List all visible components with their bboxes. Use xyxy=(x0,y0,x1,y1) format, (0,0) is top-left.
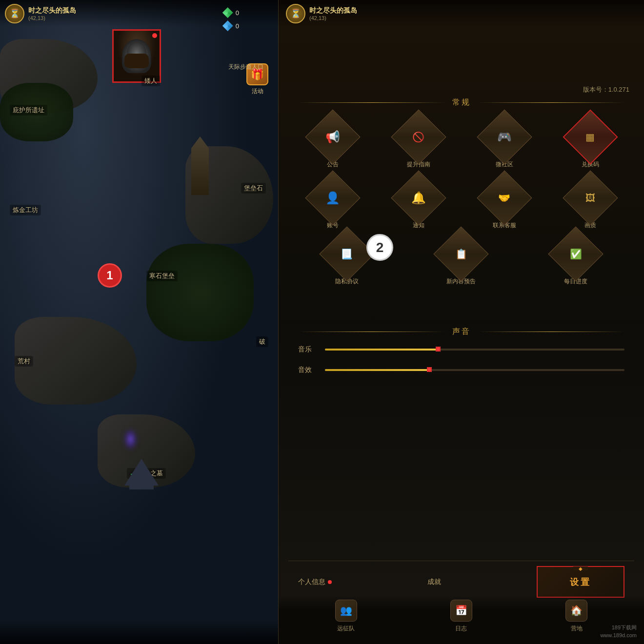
sound-section-header: 声音 xyxy=(288,327,634,337)
sound-line-right xyxy=(478,332,625,332)
account-icon: 👤 xyxy=(325,191,340,205)
sound-line-left xyxy=(298,332,445,332)
sound-section: 声音 音乐 音效 xyxy=(288,322,634,380)
expedition-icon: 👥 xyxy=(335,600,357,622)
shelter-label[interactable]: 庇护所遗址 xyxy=(10,105,47,116)
ruin-label[interactable]: 破 xyxy=(256,336,268,347)
step-path-label: 天际步道人口 xyxy=(228,63,263,71)
sound-title: 声音 xyxy=(452,327,471,337)
watermark-line2: www.189d.com xyxy=(600,632,637,639)
icon-grid-row3: 📃 隐私协议 📋 新内容预告 ✅ 每日进度 xyxy=(288,234,634,295)
icon-item-announcement[interactable]: 📢 公告 xyxy=(293,117,372,169)
wasteland-text: 荒村 xyxy=(18,357,30,365)
account-diamond: 👤 xyxy=(313,178,352,217)
right-panel: ⏳ 时之尽头的孤岛 (42,13) 版本号：1.0.271 常规 📢 公告 xyxy=(278,0,644,644)
watermark: 189下载网 www.189d.com xyxy=(600,624,637,639)
character-glow xyxy=(124,429,137,449)
icon-item-preview[interactable]: 📋 新内容预告 xyxy=(408,234,515,286)
general-title: 常规 xyxy=(452,98,471,108)
preview-icon: 📋 xyxy=(455,248,467,260)
right-location-icon: ⏳ xyxy=(286,4,305,23)
sfx-label: 音效 xyxy=(298,366,318,374)
community-diamond: 🎮 xyxy=(485,117,524,156)
cold-fortress-text: 寒石堡垒 xyxy=(149,272,175,279)
location-info: 时之尽头的孤岛 (42,13) xyxy=(28,6,76,21)
notification-icon: 🔔 xyxy=(411,191,426,205)
portrait-inner xyxy=(114,31,160,81)
redeem-diamond: ▦ xyxy=(571,117,610,156)
announcement-icon: 📢 xyxy=(325,130,340,144)
guide-diamond: 🚫 xyxy=(399,117,438,156)
music-slider-fill xyxy=(325,349,439,351)
expedition-label: 远征队 xyxy=(337,624,355,633)
icon-grid-row2: 👤 账号 🔔 通知 🤝 联系客服 xyxy=(288,178,634,234)
notification-diamond: 🔔 xyxy=(399,178,438,217)
privacy-icon: 📃 xyxy=(341,248,353,260)
community-icon: 🎮 xyxy=(497,130,512,144)
music-slider-row: 音乐 xyxy=(288,339,634,360)
guide-icon: 🚫 xyxy=(412,131,424,143)
location-name: 时之尽头的孤岛 xyxy=(28,6,76,15)
location-coords: (42,13) xyxy=(28,15,76,21)
wasteland-label[interactable]: 荒村 xyxy=(15,356,33,367)
currency-item-1: 0 xyxy=(222,7,239,18)
bottom-nav: 👥 远征队 📅 日志 🏠 营地 xyxy=(279,595,644,644)
nav-item-log[interactable]: 📅 日志 xyxy=(450,600,472,633)
support-icon: 🤝 xyxy=(498,192,510,204)
icon-item-redeem[interactable]: ▦ 兑换码 xyxy=(551,117,629,169)
sfx-slider-row: 音效 xyxy=(288,360,634,380)
watermark-line1: 189下载网 xyxy=(600,624,637,631)
currency-2-value: 0 xyxy=(236,22,239,30)
bottom-bar-left xyxy=(0,620,278,644)
cold-fortress-label[interactable]: 寒石堡垒 xyxy=(146,271,178,281)
soul-pyramid xyxy=(124,459,159,488)
icon-grid-row1: 📢 公告 🚫 提升指南 🎮 微社区 xyxy=(288,108,634,178)
music-slider-track[interactable] xyxy=(325,349,624,351)
announcement-diamond: 📢 xyxy=(313,117,352,156)
redeem-icon: ▦ xyxy=(585,131,595,143)
section-line-left xyxy=(298,102,445,103)
settings-btn-ornament-top: ◆ xyxy=(573,566,588,570)
badge-1: 1 xyxy=(98,263,122,288)
settings-btn-label: 设置 xyxy=(570,576,591,588)
top-bar-right: ⏳ 时之尽头的孤岛 (42,13) xyxy=(279,0,644,27)
shelter-text: 庇护所遗址 xyxy=(13,106,44,114)
left-panel: ⏳ 时之尽头的孤岛 (42,13) 0 0 矮人 🎁 活动 xyxy=(0,0,278,644)
general-section: 常规 📢 公告 🚫 提升指南 xyxy=(288,98,634,295)
icon-item-notification[interactable]: 🔔 通知 xyxy=(379,178,458,230)
support-diamond: 🤝 xyxy=(485,178,524,217)
quality-icon: 🖼 xyxy=(585,193,595,204)
fortress-stone-label[interactable]: 堡垒石 xyxy=(241,183,266,194)
gold-forge-label[interactable]: 炼金工坊 xyxy=(10,205,41,215)
badge-2: 2 xyxy=(366,234,393,261)
icon-item-community[interactable]: 🎮 微社区 xyxy=(465,117,543,169)
tab-achievement[interactable]: 成就 xyxy=(427,578,441,586)
currency-display: 0 0 xyxy=(222,7,239,31)
sfx-slider-thumb xyxy=(424,365,434,374)
settings-button[interactable]: ◆ 设置 xyxy=(537,566,624,598)
map-character xyxy=(122,429,139,459)
nav-item-expedition[interactable]: 👥 远征队 xyxy=(335,600,357,633)
gem-icon xyxy=(222,7,233,18)
tab-personal-info[interactable]: 个人信息 xyxy=(298,578,332,586)
achievement-label: 成就 xyxy=(427,578,441,586)
daily-icon: ✅ xyxy=(570,248,582,260)
nav-item-camp[interactable]: 🏠 营地 xyxy=(565,600,587,633)
music-label: 音乐 xyxy=(298,345,318,354)
sfx-slider-fill xyxy=(325,369,430,371)
character-portrait[interactable] xyxy=(112,29,161,83)
log-label: 日志 xyxy=(455,624,467,633)
icon-item-daily[interactable]: ✅ 每日进度 xyxy=(522,234,629,286)
section-line-right xyxy=(478,102,625,103)
sfx-slider-track[interactable] xyxy=(325,369,624,371)
icon-item-account[interactable]: 👤 账号 xyxy=(293,178,372,230)
diamond-icon xyxy=(222,20,233,31)
portrait-dot xyxy=(152,33,157,38)
currency-item-2: 0 xyxy=(222,20,239,31)
gold-forge-text: 炼金工坊 xyxy=(13,206,38,214)
icon-item-support[interactable]: 🤝 联系客服 xyxy=(465,178,543,230)
personal-info-label: 个人信息 xyxy=(298,578,325,586)
icon-item-quality[interactable]: 🖼 画质 xyxy=(551,178,629,230)
icon-item-guide[interactable]: 🚫 提升指南 xyxy=(379,117,458,169)
personal-info-dot xyxy=(328,580,332,584)
